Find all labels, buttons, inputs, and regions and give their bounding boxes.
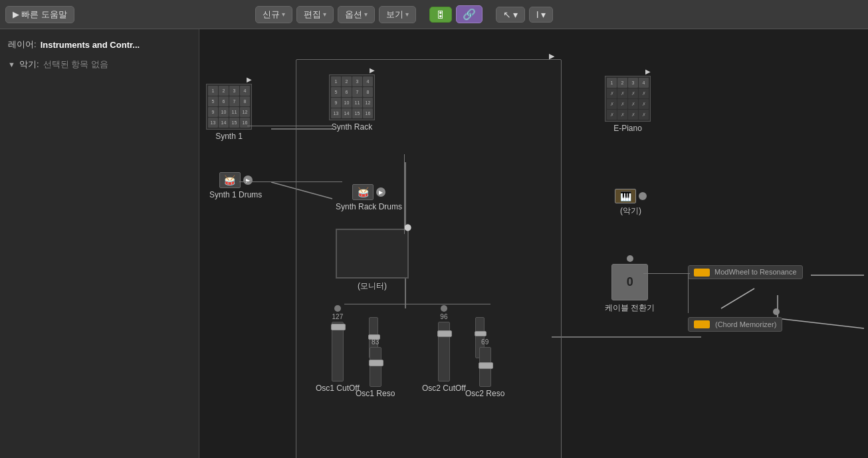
canvas-area: ▶ Synth Rack ▶ 1234 5678 9101112 1314151… xyxy=(199,29,868,458)
instrument-value: 선택된 항목 없음 xyxy=(43,58,108,70)
instrument-icon: 🎹 xyxy=(615,189,636,203)
monitor-box xyxy=(336,229,409,279)
chord-memorizer-node: (Chord Memorizer) xyxy=(688,308,782,332)
osc2-cutoff-node: 96 Osc2 CutOff xyxy=(422,305,466,393)
wire-cable-modwheel xyxy=(643,273,690,274)
osc1-cutoff-fader[interactable] xyxy=(332,322,344,382)
osc1-reso-value: 83 xyxy=(372,338,379,346)
osc2-cutoff-side-handle xyxy=(475,331,487,336)
e-piano-node: ▶ 1234 ✗✗✗✗ ✗✗✗✗ ✗✗✗✗ E-Piano xyxy=(605,76,651,133)
edit-label: 편집 xyxy=(304,9,321,21)
sidebar-layer-row: 레이어: Instruments and Contr... xyxy=(0,35,199,55)
expand-btn[interactable]: ▶ 빠른 도움말 xyxy=(5,6,74,23)
instrument-expand[interactable]: ▼ xyxy=(8,60,15,68)
monitor-inner-label xyxy=(371,250,373,258)
synth1-play: ▶ xyxy=(247,76,252,83)
osc2-reso-label: Osc2 Reso xyxy=(465,389,504,398)
layer-prefix: 레이어: xyxy=(8,39,37,51)
new-label: 신규 xyxy=(263,9,280,21)
cable-converter-zero: 0 xyxy=(627,275,633,289)
osc2-cutoff-handle xyxy=(437,330,452,337)
instrument-prefix: 악기: xyxy=(19,58,39,70)
view-btn[interactable]: 보기 ▾ xyxy=(379,6,416,23)
edit-btn[interactable]: 편집 ▾ xyxy=(296,6,334,23)
monitor-connector-out: ⬤ xyxy=(404,223,411,231)
cursor-icon: ↖ xyxy=(503,9,511,20)
edit-arrow: ▾ xyxy=(323,11,326,18)
svg-line-3 xyxy=(721,288,754,308)
synth1-drums-node: 🥁 ▶ Synth 1 Drums xyxy=(209,172,262,199)
text-cursor-btn[interactable]: I ▾ xyxy=(529,7,553,23)
view-label: 보기 xyxy=(386,9,403,21)
text-cursor-icon: I xyxy=(536,9,539,20)
instrument-label: (악기) xyxy=(620,205,641,217)
synth-rack-drums-label: Synth Rack Drums xyxy=(336,202,402,211)
instrument-node: 🎹 (악기) xyxy=(615,189,647,217)
modwheel-node: ModWheel to Resonance xyxy=(688,265,803,279)
outer-rack-play-icon: ▶ xyxy=(549,52,554,60)
drums-connector: ▶ xyxy=(243,175,253,185)
green-btn[interactable]: 🎛 xyxy=(429,7,452,23)
options-arrow: ▾ xyxy=(364,11,368,18)
cursor-btn[interactable]: ↖ ▾ xyxy=(496,7,525,23)
link-btn[interactable]: 🔗 xyxy=(456,5,483,23)
sidebar-instrument-row: ▼ 악기: 선택된 항목 없음 xyxy=(0,55,199,74)
synth-rack-label: Synth Rack xyxy=(332,122,372,132)
modwheel-label: ModWheel to Resonance xyxy=(714,268,797,276)
osc2-reso-value: 69 xyxy=(481,338,488,346)
sidebar: 레이어: Instruments and Contr... ▼ 악기: 선택된 … xyxy=(0,29,199,458)
layer-value: Instruments and Contr... xyxy=(41,40,140,50)
instrument-icon-row: 🎹 xyxy=(615,189,647,203)
osc2-cutoff-value: 96 xyxy=(440,313,447,320)
osc1-cutoff-value: 127 xyxy=(332,313,344,320)
synth1-node: ▶ 1234 5678 9101112 13141516 Synth 1 xyxy=(206,84,252,141)
chord-memorizer-connector xyxy=(773,308,780,315)
new-arrow: ▾ xyxy=(282,11,285,18)
osc2-reso-fader[interactable] xyxy=(479,347,491,387)
wire-monitor-faders xyxy=(344,304,490,304)
osc1-reso-label: Osc1 Reso xyxy=(356,389,395,398)
modwheel-indicator xyxy=(694,269,710,277)
text-cursor-arrow: ▾ xyxy=(541,9,546,20)
synth-rack-drums-icon: 🥁 ▶ xyxy=(352,184,385,200)
main-layout: 레이어: Instruments and Contr... ▼ 악기: 선택된 … xyxy=(0,29,868,458)
options-label: 옵션 xyxy=(345,9,362,21)
synth-rack-node: ▶ 1234 5678 9101112 13141516 Synth Rack xyxy=(329,74,375,132)
osc1-cutoff-label: Osc1 CutOff xyxy=(316,384,360,393)
synth-rack-drums-node: 🥁 ▶ Synth Rack Drums xyxy=(336,184,402,211)
chord-memorizer-label: (Chord Memorizer) xyxy=(715,320,776,328)
cable-converter-box: 0 xyxy=(611,264,648,300)
synth1-label: Synth 1 xyxy=(215,132,243,141)
wire-synth1-rack xyxy=(247,126,334,126)
osc2-cutoff-fader[interactable] xyxy=(438,322,450,382)
synth1-drums-label: Synth 1 Drums xyxy=(209,190,262,199)
cable-converter-node: 0 케이블 전환기 xyxy=(605,255,655,314)
e-piano-play: ▶ xyxy=(645,68,651,75)
osc1-cutoff-top-connector xyxy=(334,305,341,312)
cable-converter-top-conn xyxy=(627,255,633,262)
synth-rack-play: ▶ xyxy=(370,66,375,74)
osc1-reso-node: 83 Osc1 Reso xyxy=(356,338,395,398)
wire-drums xyxy=(239,181,342,182)
chord-memorizer-box: (Chord Memorizer) xyxy=(688,317,782,332)
drums-emoji: 🥁 xyxy=(224,175,235,185)
wire-modwheel-chord xyxy=(688,273,689,313)
toolbar: ▶ 빠른 도움말 신규 ▾ 편집 ▾ 옵션 ▾ 보기 ▾ 🎛 🔗 ↖ ▾ I ▾ xyxy=(0,0,868,29)
synth1-drums-icon: 🥁 ▶ xyxy=(219,172,253,188)
osc1-reso-fader[interactable] xyxy=(370,347,381,387)
view-arrow: ▾ xyxy=(405,11,409,18)
expand-icon: ▶ xyxy=(13,9,19,19)
osc1-cutoff-node: 127 Osc1 CutOff xyxy=(316,305,360,393)
osc2-reso-handle xyxy=(479,362,493,369)
new-btn[interactable]: 신규 ▾ xyxy=(255,6,292,23)
monitor-node: ⬤ (모니터) xyxy=(336,229,409,292)
wire-rack-monitor xyxy=(404,154,405,234)
osc1-reso-handle xyxy=(369,360,383,366)
cable-converter-label: 케이블 전환기 xyxy=(605,302,655,314)
chord-indicator xyxy=(694,320,710,328)
options-btn[interactable]: 옵션 ▾ xyxy=(338,6,375,23)
instrument-connector xyxy=(639,192,647,200)
svg-line-7 xyxy=(778,318,864,328)
synth-rack-grid: 1234 5678 9101112 13141516 xyxy=(329,74,375,120)
cursor-arrow: ▾ xyxy=(513,9,518,20)
